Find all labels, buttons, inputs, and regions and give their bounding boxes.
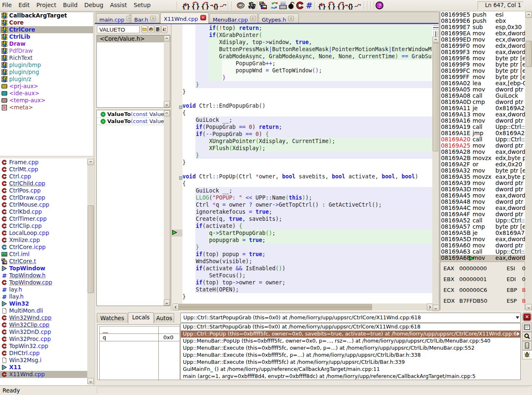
disasm-row[interactable]: 08169A28moveax,dword p [440,149,525,155]
disasm-row[interactable]: 08169A2Bmovzxedx,byte ptr [440,155,525,161]
file-item[interactable]: #TopWindow.h [0,272,87,279]
tab-X11Wnd.cpp[interactable]: X11Wnd.cpp [160,12,209,23]
calculator-icon[interactable] [522,341,532,350]
disasm-row[interactable]: 08169A5Dmoveax,dword p [440,236,525,242]
disasm-row[interactable]: 08169A20callUpp::Ctrl::G [440,136,525,143]
build-package-icon[interactable] [248,1,256,10]
file-item[interactable]: CtrlMouse.cpp [0,201,87,208]
stack-frame-row[interactable]: Upp::MenuBar::Execute (this=0xbffff5fc, … [181,352,520,359]
file-item[interactable]: Win32Clip.cpp [0,321,87,328]
navigator-symbol-scrollbar[interactable]: ⌃⌄ [164,110,170,306]
package-item[interactable]: RichText [0,54,93,62]
console-icon[interactable] [522,323,532,332]
scroll-arrow-u[interactable]: ⌃ [164,35,170,42]
tab-close-icon[interactable] [150,16,156,21]
menu-setup[interactable]: Setup [131,0,154,10]
disasm-row[interactable]: 08169A16movdword ptr [e [440,118,525,124]
bottom-tab-watches[interactable]: Watches [97,313,128,323]
tab-MenuBar.cpp[interactable]: MenuBar.cpp [209,13,258,23]
disasm-row[interactable]: 08169A4Cmoveax,dword p [440,205,525,211]
disasm-row[interactable]: 08169A11je0x8169A20 [440,105,525,111]
disasm-row[interactable]: 08169A68moveax,dword p [440,255,525,261]
file-list-scrollbar[interactable]: ⌃⌄ [87,159,94,384]
menu-assist[interactable]: Assist [107,0,131,10]
menu-project[interactable]: Project [33,0,60,10]
file-item[interactable]: #llay.h [0,293,87,300]
file-item[interactable]: DHCtrl.cpp [0,350,87,357]
disasm-row[interactable]: 08169A39movdword ptr [e [440,180,525,186]
file-item[interactable]: Win32Msg.i [0,357,87,364]
package-organizer-icon[interactable] [236,1,245,10]
disasm-row[interactable]: 08169A19callUpp::Ctrl::G [440,124,525,130]
step-into-icon[interactable]: {} [182,1,190,10]
trace-icon[interactable] [219,1,227,10]
split-vertical-icon[interactable] [433,31,439,36]
file-item[interactable]: Ctrl.iml [0,251,87,258]
package-ball-icon[interactable] [148,25,154,33]
package-item[interactable]: CtrlCore [0,26,93,33]
package-item[interactable]: <prj-aux> [0,83,93,90]
disasm-row[interactable]: 08169A32movbyte ptr [ea [440,168,525,174]
debug-bomb-icon[interactable] [288,1,296,10]
scroll-arrow-u[interactable]: ⌃ [164,110,170,116]
stack-frame-row[interactable]: GuiMainFn_ () at /home/liorry/upp/refere… [181,366,520,373]
close-panel-button[interactable] [523,313,531,321]
editor-code-area[interactable]: if(!top) return;if(XGrabPointer(Xdisplay… [182,24,432,304]
disasm-row[interactable]: 08169A52callUpp::Ctrl::Cr [440,217,525,224]
disasm-row[interactable]: 08169A25movdword ptr [e [440,143,525,149]
disasm-row[interactable]: 081699EAmovebx,dword p [440,30,525,37]
step-over-icon[interactable]: {} [191,1,200,10]
disasm-row[interactable]: 08169A13moveax,dword p [440,111,525,118]
file-item[interactable]: Win32 [0,300,87,307]
compile-c-icon[interactable] [296,1,304,10]
file-item[interactable]: CtrlCore.t [0,258,87,265]
step-out-icon[interactable]: {} [201,1,209,10]
file-item[interactable]: Xmlize.cpp [0,237,87,244]
disasm-row[interactable]: 08169A48movdword ptr [e [440,199,525,205]
search-icon[interactable] [522,332,532,341]
tab-main.cpp[interactable]: main.cpp [96,13,130,23]
stack-frame-row[interactable]: Upp::Ctrl::StartPopupGrab (this=0x0) at … [181,323,520,331]
file-item[interactable]: CtrlPos.cpp [0,187,87,194]
file-item[interactable]: CtrlMt.cpp [0,166,87,173]
folder-icon[interactable] [141,25,148,33]
step-into-icon[interactable]: {} [318,1,326,10]
file-item[interactable]: LocalLoop.cpp [0,230,87,237]
file-item[interactable]: Win32DnD.cpp [0,328,87,336]
disasm-row[interactable]: 08169A60movdword ptr [e [440,242,525,249]
disasm-row[interactable]: 08169A1Ejmp0x8169A25 [440,130,525,136]
layout-designer-icon[interactable] [279,1,287,10]
file-item[interactable]: CtrlClip.cpp [0,222,87,230]
call-stack-list[interactable]: Upp::Ctrl::StartPopupGrab (this=0x0) at … [180,323,521,380]
sort-az-icon[interactable]: az [161,25,167,33]
stack-frame-row[interactable]: Upp::MenuBar::Execute (this=0xbffff5fc) … [181,359,520,366]
language-images-icon[interactable] [259,1,267,10]
combo-dropdown-icon[interactable]: ▼ [516,316,519,319]
help-icon[interactable]: ? [375,1,384,10]
disasm-row[interactable]: 081699FCmovbyte ptr [eb [440,68,525,74]
file-item[interactable]: CtrlTimer.cpp [0,215,87,222]
disasm-row[interactable]: 08169A3Dmovdword ptr [e [440,186,525,193]
disasm-row[interactable]: 08169A4Fmovdword ptr [e [440,211,525,217]
file-item[interactable]: Win32Proc.cpp [0,336,87,343]
split-horizontal-icon[interactable] [433,25,439,30]
scroll-arrow-l[interactable]: ‹ [172,304,179,311]
package-item[interactable]: Draw [0,40,93,47]
scroll-arrow-u[interactable]: ⌃ [525,12,532,18]
package-item[interactable]: <meta> [0,104,93,111]
package-item[interactable]: <ide-aux> [0,90,93,97]
package-item[interactable]: plugin/bmp [0,62,93,69]
scroll-arrow-u[interactable]: ⌃ [87,159,94,165]
disasm-row[interactable]: 08169A63callUpp::Ctrl::St [440,249,525,255]
synchronize-icon[interactable] [270,1,278,10]
file-item[interactable]: CtrlDraw.cpp [0,194,87,201]
file-item[interactable]: X11Wnd.cpp [0,371,87,378]
trace-icon[interactable] [354,1,362,10]
disasm-row[interactable]: 081699F9movbyte ptr [eb [440,62,525,68]
tab-Bar.h[interactable]: Bar.h [131,13,160,23]
disassembly-list[interactable]: 081699E5pushesi081699E6pushebx081699E7su… [440,12,525,261]
menu-edit[interactable]: Edit [15,0,33,10]
file-item[interactable]: Win32Wnd.cpp [0,314,87,321]
file-item[interactable]: TopWindow [0,265,87,272]
locals-row[interactable]: q0x0 [99,334,180,341]
